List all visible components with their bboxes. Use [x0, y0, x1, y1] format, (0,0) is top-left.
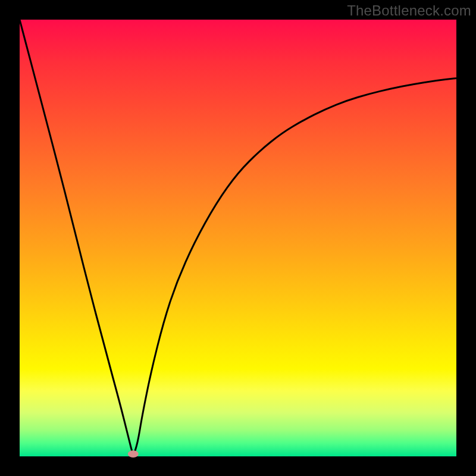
bottleneck-curve-path: [20, 20, 456, 453]
plot-area: [20, 20, 456, 456]
dip-marker: [128, 450, 139, 458]
chart-frame: TheBottleneck.com: [0, 0, 476, 476]
curve-layer: [20, 20, 456, 456]
watermark-text: TheBottleneck.com: [347, 2, 471, 19]
